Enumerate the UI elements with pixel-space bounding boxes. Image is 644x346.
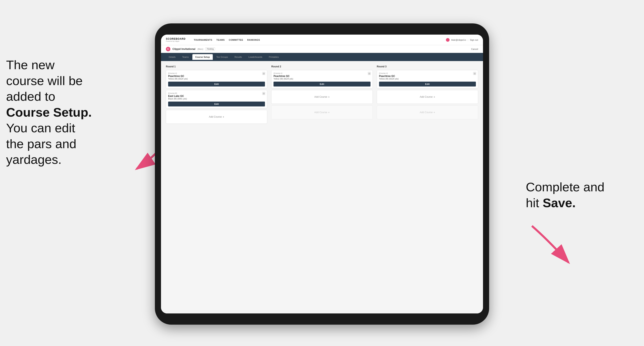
annotation-right-line1: Complete and [526, 180, 604, 194]
tab-course-setup[interactable]: Course Setup [192, 54, 213, 60]
tournament-bar: C Clippd Invitational (Men) Hosting Canc… [161, 45, 483, 53]
round3-course-a-card: (Course A) Peachtree GC Yellow (M) (6629… [377, 70, 478, 88]
user-avatar [446, 38, 450, 42]
round2-course-a-card: (Course A) Peachtree GC Yellow (M) (6629… [271, 70, 372, 88]
round2-course-a-label: (Course A) [274, 72, 370, 74]
round3-add-course-2-button: Add Course + [377, 105, 478, 119]
round3-add-course-2-plus-icon: + [434, 111, 435, 114]
round1-course-b-edit-button[interactable]: Edit [168, 102, 265, 106]
tablet-screen: SCOREBOARD Powered by clippd TOURNAMENTS… [161, 35, 483, 314]
annotation-right-line2: hit [526, 196, 543, 210]
round1-course-b-card: (Course B) East Lake GC Black (M) (6891 … [166, 90, 267, 108]
round1-add-course-text: Add Course [209, 115, 222, 118]
sign-out-link[interactable]: Sign out [470, 39, 478, 41]
round3-add-course-2-text: Add Course [420, 111, 433, 114]
round1-course-a-details: Yellow (M) (6629 yds) [168, 78, 265, 80]
tab-results[interactable]: Results [232, 54, 245, 60]
cancel-button[interactable]: Cancel [471, 48, 478, 50]
round2-add-course-text: Add Course [314, 95, 327, 98]
round2-add-course-plus-icon: + [328, 95, 330, 99]
nav-committee[interactable]: COMMITTEE [229, 38, 243, 42]
annotation-right-bold: Save. [543, 196, 576, 210]
round3-course-a-delete-button[interactable]: ⊡ [473, 72, 476, 75]
nav-separator: | [468, 39, 468, 41]
tab-teams[interactable]: Teams [179, 54, 192, 60]
nav-tournaments[interactable]: TOURNAMENTS [194, 38, 212, 42]
round1-course-a-name: Peachtree GC [168, 75, 265, 78]
clippd-logo: C [166, 47, 170, 51]
tournament-type: (Men) [198, 48, 204, 50]
round1-course-b-name: East Lake GC [168, 95, 265, 98]
round1-course-b-details: Black (M) (6891 yds) [168, 98, 265, 100]
tab-bar: Details Teams Course Setup Tee Groups Re… [161, 53, 483, 61]
round2-add-course-2-plus-icon: + [328, 111, 330, 114]
round3-add-course-button[interactable]: Add Course + [377, 90, 478, 104]
round1-add-course-plus-icon: + [222, 115, 224, 119]
nav-rankings[interactable]: RANKINGS [247, 38, 260, 42]
round2-course-a-name: Peachtree GC [274, 75, 370, 78]
round3-course-a-label: (Course A) [379, 72, 476, 74]
annotation-bold: Course Setup. [6, 105, 92, 119]
tournament-title-area: C Clippd Invitational (Men) Hosting [166, 47, 215, 51]
round1-course-b-delete-button[interactable]: ⊡ [262, 92, 265, 95]
round2-add-course-2-text: Add Course [314, 111, 327, 114]
round3-course-a-name: Peachtree GC [379, 75, 476, 78]
left-annotation: The new course will be added to Course S… [6, 57, 124, 168]
round-3-column: Round 3 (Course A) Peachtree GC Yellow (… [377, 65, 478, 125]
round2-course-a-delete-button[interactable]: ⊡ [368, 72, 371, 75]
annotation-line2: course will be [6, 74, 83, 88]
round3-course-a-edit-button[interactable]: Edit [379, 82, 476, 86]
round2-add-course-2-button: Add Course + [271, 105, 372, 119]
annotation-line7: yardages. [6, 153, 62, 167]
round3-add-course-text: Add Course [420, 95, 433, 98]
right-annotation: Complete and hit Save. [526, 179, 632, 211]
round2-course-a-edit-button[interactable]: Edit [274, 82, 370, 86]
logo-area: SCOREBOARD Powered by clippd [166, 37, 186, 42]
round1-course-b-label: (Course B) [168, 92, 265, 94]
nav-items: TOURNAMENTS TEAMS COMMITTEE RANKINGS [194, 38, 440, 42]
top-nav: SCOREBOARD Powered by clippd TOURNAMENTS… [161, 35, 483, 45]
annotation-line6: the pars and [6, 137, 76, 151]
round-1-column: Round 1 (Course A) Peachtree GC Yellow (… [166, 65, 267, 125]
nav-right: blair@clippd.io | Sign out [446, 38, 478, 42]
logo-scoreboard: SCOREBOARD [166, 37, 186, 40]
round1-add-course-button[interactable]: Add Course + [166, 110, 267, 124]
round1-course-a-delete-button[interactable]: ⊡ [262, 72, 265, 75]
tab-leaderboards[interactable]: Leaderboards [246, 54, 265, 60]
tab-details[interactable]: Details [166, 54, 178, 60]
annotation-line5: You can edit [6, 121, 75, 135]
round3-add-course-plus-icon: + [434, 95, 435, 99]
annotation-line3: added to [6, 89, 55, 103]
hosting-badge: Hosting [205, 47, 215, 50]
nav-teams[interactable]: TEAMS [216, 38, 225, 42]
rounds-grid: Round 1 (Course A) Peachtree GC Yellow (… [166, 65, 478, 125]
round-2-label: Round 2 [271, 65, 372, 68]
round-1-label: Round 1 [166, 65, 267, 68]
round2-add-course-button[interactable]: Add Course + [271, 90, 372, 104]
tab-tee-groups[interactable]: Tee Groups [214, 54, 231, 60]
round1-course-a-card: (Course A) Peachtree GC Yellow (M) (6629… [166, 70, 267, 88]
round2-course-a-details: Yellow (M) (6629 yds) [274, 78, 370, 80]
right-arrow [524, 224, 581, 269]
round1-course-a-label: (Course A) [168, 72, 265, 74]
annotation-line1: The new [6, 58, 54, 72]
logo-powered: Powered by clippd [166, 40, 186, 42]
round-3-label: Round 3 [377, 65, 478, 68]
round-2-column: Round 2 (Course A) Peachtree GC Yellow (… [271, 65, 372, 125]
main-content: Round 1 (Course A) Peachtree GC Yellow (… [161, 61, 483, 314]
round1-course-a-edit-button[interactable]: Edit [168, 82, 265, 86]
tab-printables[interactable]: Printables [266, 54, 282, 60]
tablet-device: SCOREBOARD Powered by clippd TOURNAMENTS… [155, 23, 489, 325]
round3-course-a-details: Yellow (M) (6629 yds) [379, 78, 476, 80]
tournament-name[interactable]: Clippd Invitational [172, 47, 196, 50]
user-email: blair@clippd.io [451, 39, 466, 41]
